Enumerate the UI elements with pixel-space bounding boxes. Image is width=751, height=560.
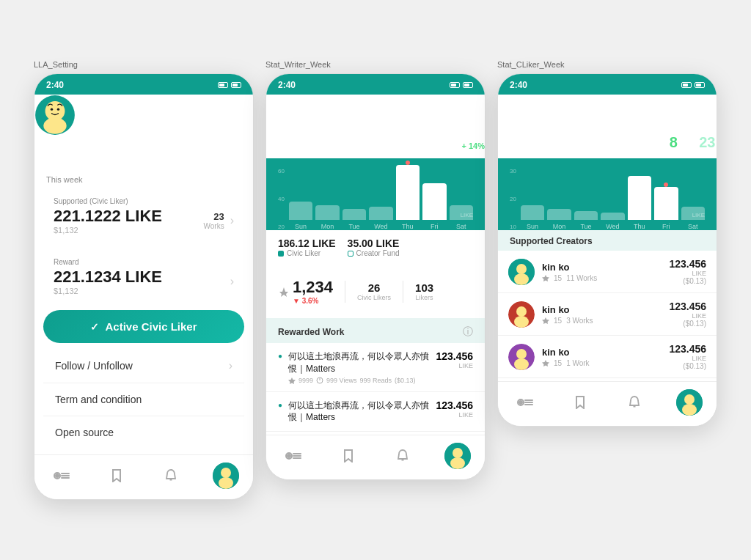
creator-item-3[interactable]: kin ko 15 1 Work 123.456 LIKE ($0.13) <box>498 336 717 378</box>
chevron-follow: › <box>229 359 232 372</box>
active-civic-btn[interactable]: ✓ Active Civic Liker <box>43 310 244 343</box>
menu-item-follow[interactable]: Follow / Unfollow › <box>43 349 244 383</box>
creator-item-2[interactable]: kin ko 15 3 Works 123.456 LIKE ($0.13) <box>498 293 717 336</box>
reward-label: Reward <box>54 258 234 266</box>
work-title-2: 何以這土地浪再流，何以令眾人亦憤恨｜Matters <box>288 399 430 424</box>
menu-item-opensource[interactable]: Open source <box>43 416 244 449</box>
creator-name-2: kin ko <box>542 304 662 315</box>
nav-bookmark-icon-3[interactable] <box>567 389 593 416</box>
creator-info-2: kin ko 15 3 Works <box>542 304 662 325</box>
sep-2 <box>403 281 403 303</box>
bar-mon-2: Mon <box>315 205 339 230</box>
screen2-title: Reward Recived <box>327 95 423 109</box>
creator-works-2: 15 3 Works <box>542 317 662 325</box>
engagement-num: 1,234 <box>293 278 333 297</box>
legend-creator-value: 35.00 LIKE <box>348 237 400 249</box>
svg-point-16 <box>56 474 59 477</box>
back-button-3[interactable]: ‹ <box>498 94 503 111</box>
legend-civic: 186.12 LIKE Civic Liker <box>278 237 336 257</box>
nav-bell-icon-2[interactable] <box>389 443 416 469</box>
reward-usd: $1,132 <box>54 287 162 295</box>
menu-opensource-label: Open source <box>55 427 114 438</box>
nav-avatar[interactable] <box>213 463 239 489</box>
engagement-drop: ▼ 3.6% <box>293 297 333 305</box>
svg-point-34 <box>453 448 463 458</box>
bar-fri-3: Fri <box>654 187 678 230</box>
avatar <box>34 95 76 136</box>
screen3-title: Supported <box>576 95 639 109</box>
supported-usd: $1,132 <box>54 226 162 235</box>
work-item-2[interactable]: ● 何以這土地浪再流，何以令眾人亦憤恨｜Matters 123.456 LIKE <box>266 392 485 432</box>
wallet-button[interactable]: 311,244 LIKE <box>34 146 127 166</box>
work-right-2: 123.456 LIKE <box>436 399 473 419</box>
creators-list: kin ko 15 11 Works 123.456 LIKE ($0.13) <box>498 251 717 378</box>
work-dollar-1: ($0.13) <box>395 377 416 384</box>
work-like-label-1: LIKE <box>436 362 473 369</box>
legend-civic-label: Civic Liker <box>287 249 320 257</box>
svg-point-40 <box>516 306 527 317</box>
creator-like-label-2: LIKE <box>669 312 706 320</box>
supported-card[interactable]: Supported (Civic Liker) 221.1222 LIKE $1… <box>43 188 244 243</box>
nav-feed-icon-3[interactable] <box>512 389 538 416</box>
svg-point-43 <box>516 349 527 359</box>
screen1-body: This week Supported (Civic Liker) 221.12… <box>34 168 253 449</box>
nav-feed-icon[interactable] <box>48 463 75 489</box>
svg-point-38 <box>514 273 529 285</box>
creators-num: 8 <box>661 134 686 151</box>
screen2-body: 186.12 LIKE Civic Liker 35.00 LIKE Creat… <box>266 230 485 432</box>
creator-works-3: 15 1 Work <box>542 359 662 367</box>
civic-likers-label: Civic Likers <box>357 294 391 301</box>
status-icons-3 <box>681 82 705 88</box>
supported-works: 23 <box>204 211 224 222</box>
screen1-phone: 2:40 <box>34 73 254 500</box>
bottom-nav-2 <box>266 435 485 479</box>
creator-like-label-3: LIKE <box>669 355 706 362</box>
svg-point-46 <box>519 401 522 404</box>
work-item-1[interactable]: ● 何以這土地浪再流，何以令眾人亦憤恨｜Matters 9999 999 Vie… <box>266 343 485 392</box>
nav-avatar-2[interactable] <box>444 443 471 469</box>
this-week-2: THIS WEEK <box>266 117 485 125</box>
reward-card[interactable]: Reward 221.1234 LIKE $1,132 › <box>43 249 244 304</box>
qr-button[interactable] <box>133 144 156 168</box>
nav-bell-icon[interactable] <box>158 463 184 489</box>
svg-point-4 <box>57 108 59 110</box>
svg-point-21 <box>171 469 172 471</box>
creator-like-1: 123.456 <box>669 258 706 270</box>
menu-item-terms[interactable]: Term and condition <box>43 383 244 416</box>
nav-feed-icon-2[interactable] <box>280 443 307 469</box>
nav-bookmark-icon[interactable] <box>103 463 130 489</box>
creator-right-2: 123.456 LIKE ($0.13) <box>669 301 706 328</box>
svg-point-23 <box>221 468 231 478</box>
like-sub-2: $1,132 <box>266 150 404 158</box>
like-sub-3: $1,132 <box>498 150 636 158</box>
bottom-nav-1 <box>34 454 253 499</box>
legend-creator-label: Creator Fund <box>356 249 400 257</box>
sep-1 <box>345 281 345 303</box>
bar-wed-3: Wed <box>601 213 624 230</box>
rewarded-header: Rewarded Work ⓘ <box>266 318 485 343</box>
creator-avatar-3 <box>508 344 535 370</box>
nav-bookmark-icon-2[interactable] <box>335 443 362 469</box>
nav-bell-icon-3[interactable] <box>621 389 648 416</box>
supported-label: Supported (Civic Liker) <box>54 197 234 205</box>
work-stats-1: 9999 999 Views 999 Reads ($0.13) <box>288 377 430 384</box>
nav-avatar-3[interactable] <box>676 389 703 416</box>
svg-point-44 <box>514 358 529 370</box>
profile-section: ID: ckxpress kin ko <box>34 95 253 136</box>
time-2: 2:40 <box>278 80 296 90</box>
supported-amount: 221.1222 LIKE <box>54 207 162 226</box>
svg-point-41 <box>514 316 529 328</box>
creator-item-1[interactable]: kin ko 15 11 Works 123.456 LIKE ($0.13) <box>498 251 717 293</box>
time-1: 2:40 <box>46 80 64 90</box>
screen2-header: ‹ Reward Recived THIS WEEK 221,1234 LIKE… <box>266 95 485 158</box>
legend-civic-value: 186.12 LIKE <box>278 237 336 249</box>
big-like-3: 221.1222 LIKE <box>498 126 636 150</box>
creator-right-3: 123.456 LIKE ($0.13) <box>669 343 706 370</box>
civic-likers-stat: 26 Civic Likers <box>357 281 391 301</box>
back-header-3: ‹ Supported <box>498 95 717 109</box>
svg-point-2 <box>43 117 66 133</box>
work-dot-2: ● <box>278 401 282 409</box>
chevron-icon: › <box>230 214 234 227</box>
chart-area-3: 30 20 10 Sun Mon <box>498 158 717 230</box>
back-button-2[interactable]: ‹ <box>266 94 271 111</box>
